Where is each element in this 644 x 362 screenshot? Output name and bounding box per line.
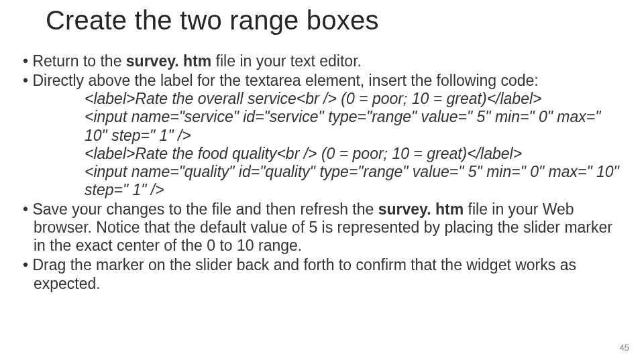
- slide: Create the two range boxes Return to the…: [0, 0, 644, 362]
- bullet-4-text: Drag the marker on the slider back and f…: [32, 256, 576, 292]
- code-line-1: <label>Rate the overall service<br /> (0…: [85, 90, 624, 108]
- bullet-1-text-b: file in your text editor.: [211, 52, 362, 70]
- code-line-4: <input name="quality" id="quality" type=…: [85, 163, 624, 199]
- bullet-3-filename: survey. htm: [378, 200, 464, 218]
- code-line-3: <label>Rate the food quality<br /> (0 = …: [85, 145, 624, 163]
- code-line-2: <input name="service" id="service" type=…: [85, 108, 624, 144]
- bullet-2: Directly above the label for the textare…: [20, 72, 624, 199]
- bullet-4: Drag the marker on the slider back and f…: [20, 256, 624, 292]
- bullet-1-filename: survey. htm: [126, 52, 211, 70]
- slide-title: Create the two range boxes: [46, 5, 379, 36]
- bullet-2-text: Directly above the label for the textare…: [32, 72, 538, 89]
- bullet-3: Save your changes to the file and then r…: [20, 200, 624, 255]
- slide-body: Return to the survey. htm file in your t…: [20, 52, 624, 294]
- bullet-1-text-a: Return to the: [32, 52, 125, 70]
- bullet-list: Return to the survey. htm file in your t…: [20, 52, 624, 293]
- bullet-1: Return to the survey. htm file in your t…: [20, 52, 624, 70]
- page-number: 45: [620, 343, 629, 353]
- bullet-3-text-a: Save your changes to the file and then r…: [32, 200, 378, 218]
